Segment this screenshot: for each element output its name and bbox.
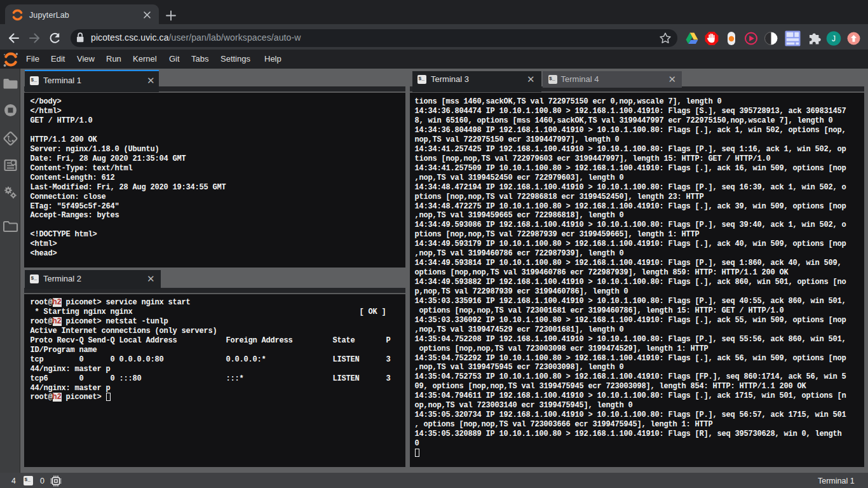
svg-text:J: J [832, 34, 836, 43]
